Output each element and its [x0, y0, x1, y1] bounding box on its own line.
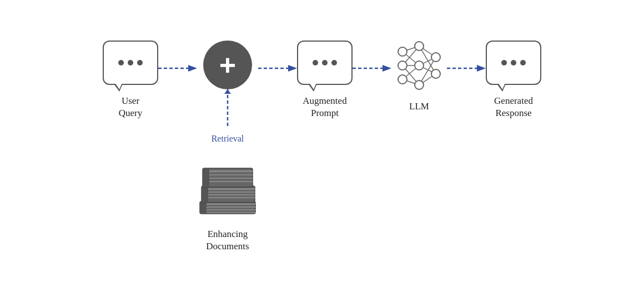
books-icon [197, 146, 258, 218]
svg-rect-18 [203, 174, 253, 175]
svg-marker-1 [188, 65, 197, 72]
rag-diagram: User Query + Retrieval [103, 29, 541, 253]
augmented-prompt-bubble [297, 41, 353, 85]
user-query-label: User Query [119, 95, 142, 119]
augmented-prompt-node: Augmented Prompt [297, 41, 353, 119]
arrow-llm-to-response [447, 62, 486, 75]
svg-point-42 [415, 42, 424, 51]
generated-response-bubble [486, 41, 541, 85]
user-query-node: User Query [103, 41, 158, 119]
svg-rect-7 [200, 209, 255, 210]
generated-response-node: Generated Response [486, 41, 541, 119]
retrieval-label: Retrieval [212, 134, 244, 144]
arrow-query-to-plus [158, 62, 197, 75]
svg-point-46 [431, 69, 440, 78]
svg-rect-14 [202, 197, 255, 198]
llm-icon [391, 41, 447, 90]
plus-node: + Retrieval [197, 41, 258, 253]
svg-point-40 [398, 61, 407, 70]
svg-rect-12 [202, 192, 255, 193]
svg-marker-25 [383, 65, 391, 72]
svg-rect-6 [200, 207, 255, 208]
svg-rect-5 [200, 203, 255, 205]
svg-marker-48 [477, 65, 486, 72]
svg-marker-3 [224, 89, 231, 94]
svg-rect-9 [200, 202, 207, 214]
svg-rect-13 [202, 194, 255, 195]
arrow-prompt-to-llm [353, 62, 391, 75]
svg-point-41 [398, 75, 407, 84]
svg-point-39 [398, 47, 407, 56]
svg-point-43 [415, 61, 424, 70]
svg-rect-20 [203, 181, 253, 182]
generated-response-label: Generated Response [494, 95, 533, 119]
user-query-bubble [103, 41, 158, 85]
svg-marker-23 [288, 65, 297, 72]
svg-point-45 [431, 53, 440, 62]
arrow-plus-to-prompt [258, 62, 297, 75]
svg-rect-17 [203, 170, 253, 172]
bubble-dots-2 [313, 60, 337, 66]
svg-point-44 [415, 80, 424, 89]
bubble-dots [118, 60, 143, 66]
svg-rect-19 [203, 178, 253, 179]
augmented-prompt-label: Augmented Prompt [303, 95, 346, 119]
svg-rect-21 [203, 168, 209, 187]
llm-label: LLM [409, 100, 429, 113]
svg-rect-8 [200, 212, 255, 213]
combine-icon: + [203, 41, 252, 89]
svg-rect-11 [202, 188, 255, 190]
svg-rect-15 [202, 186, 208, 203]
llm-node: LLM [391, 41, 447, 113]
retrieval-section: Retrieval [197, 89, 258, 253]
bubble-dots-3 [501, 60, 526, 66]
enhancing-docs-label: Enhancing Documents [206, 228, 249, 253]
